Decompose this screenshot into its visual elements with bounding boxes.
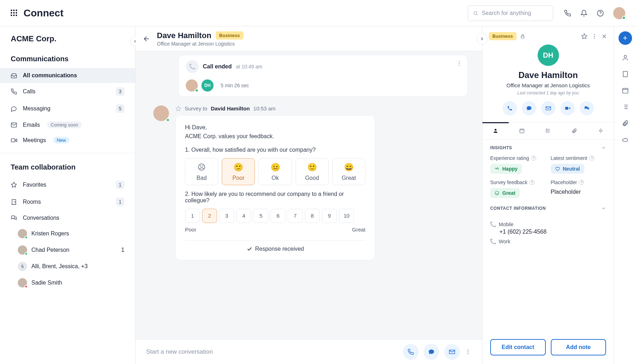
face-icon: 😄 bbox=[344, 163, 354, 172]
dh-initials: DH bbox=[204, 83, 210, 88]
question-2: 2. How likely are you to recommend our c… bbox=[185, 191, 365, 204]
compose-input[interactable] bbox=[146, 348, 398, 355]
rating-good[interactable]: 🙂Good bbox=[296, 158, 329, 185]
sent-label: Latest sentiment bbox=[551, 155, 588, 161]
nps-5[interactable]: 5 bbox=[253, 209, 268, 223]
rating-poor[interactable]: 🙁Poor bbox=[222, 158, 255, 185]
survey-label: Survey feedback bbox=[490, 180, 527, 185]
face-icon: ☹ bbox=[198, 163, 206, 172]
star-outline-icon[interactable] bbox=[175, 106, 181, 111]
action-chat2-button[interactable] bbox=[580, 101, 594, 115]
help-icon[interactable]: ? bbox=[589, 156, 594, 161]
compose-mail-button[interactable] bbox=[444, 344, 460, 360]
calendar-icon[interactable] bbox=[622, 87, 629, 94]
chevron-down-icon[interactable] bbox=[601, 206, 606, 211]
nav-all-communications[interactable]: All communications bbox=[0, 68, 135, 83]
nav-meetings[interactable]: Meetings New bbox=[0, 132, 135, 148]
conversation-item[interactable]: Kristen Rogers bbox=[0, 225, 135, 242]
svg-point-0 bbox=[474, 11, 477, 14]
nav-rooms[interactable]: Rooms 1 bbox=[0, 193, 135, 210]
rating-bad[interactable]: ☹Bad bbox=[185, 158, 218, 185]
org-name: ACME Corp. bbox=[0, 34, 135, 50]
svg-point-28 bbox=[494, 129, 496, 131]
chevron-down-icon[interactable] bbox=[601, 145, 606, 150]
ph-label: Placeholder bbox=[551, 180, 577, 185]
nav-messaging[interactable]: Messaging 5 bbox=[0, 100, 135, 117]
svg-point-16 bbox=[468, 349, 468, 350]
tab-calendar[interactable] bbox=[509, 122, 535, 139]
nps-7[interactable]: 7 bbox=[288, 209, 303, 223]
nps-9[interactable]: 9 bbox=[322, 209, 337, 223]
cloud-icon[interactable] bbox=[622, 136, 629, 143]
lock-icon[interactable] bbox=[520, 34, 525, 39]
rating-ok[interactable]: 😐Ok bbox=[258, 158, 292, 185]
nav-favorites[interactable]: Favorites 1 bbox=[0, 176, 135, 193]
nps-3[interactable]: 3 bbox=[219, 209, 234, 223]
conversation-item[interactable]: Chad Peterson1 bbox=[0, 242, 135, 258]
nav-emails[interactable]: Emails Coming soon bbox=[0, 117, 135, 132]
rating-great[interactable]: 😄Great bbox=[332, 158, 365, 185]
star-icon bbox=[11, 182, 18, 188]
compose-call-button[interactable] bbox=[403, 344, 419, 360]
nav-label: All communications bbox=[23, 72, 77, 79]
nav-calls[interactable]: Calls 3 bbox=[0, 83, 135, 100]
star-outline-icon[interactable] bbox=[581, 33, 588, 40]
ph-value: Placeholder bbox=[551, 189, 606, 195]
tab-insights[interactable] bbox=[588, 122, 614, 139]
call-duration: 5 min 26 sec bbox=[221, 83, 249, 88]
nps-1[interactable]: 1 bbox=[185, 209, 200, 223]
badge-count: 1 bbox=[116, 181, 124, 189]
nps-4[interactable]: 4 bbox=[236, 209, 251, 223]
tasks-icon[interactable] bbox=[622, 103, 629, 110]
search-icon bbox=[473, 10, 478, 16]
action-call-button[interactable] bbox=[503, 101, 517, 115]
door-icon bbox=[11, 199, 18, 205]
help-icon[interactable]: ? bbox=[531, 156, 536, 161]
add-note-button[interactable]: Add note bbox=[551, 339, 606, 355]
action-video-button[interactable] bbox=[560, 101, 575, 115]
edit-contact-button[interactable]: Edit contact bbox=[490, 339, 546, 355]
apps-grid-icon[interactable] bbox=[11, 10, 18, 17]
phone-icon[interactable] bbox=[564, 10, 571, 17]
compose-more-icon[interactable] bbox=[465, 349, 471, 355]
svg-rect-5 bbox=[11, 139, 15, 142]
help-icon[interactable]: ? bbox=[579, 180, 584, 185]
user-avatar[interactable] bbox=[613, 7, 625, 19]
help-icon[interactable] bbox=[597, 10, 604, 17]
back-arrow-icon[interactable] bbox=[143, 35, 150, 43]
nps-6[interactable]: 6 bbox=[271, 209, 286, 223]
svg-point-36 bbox=[600, 130, 601, 131]
more-vertical-icon[interactable] bbox=[591, 33, 597, 40]
nps-2[interactable]: 2 bbox=[202, 209, 217, 223]
add-button[interactable]: + bbox=[619, 31, 632, 45]
attachment-icon[interactable] bbox=[622, 120, 629, 127]
nps-8[interactable]: 8 bbox=[305, 209, 320, 223]
conversation-item[interactable]: Sadie Smith bbox=[0, 275, 135, 291]
tab-tasks[interactable] bbox=[535, 122, 561, 139]
search-input[interactable] bbox=[482, 10, 548, 16]
bell-icon[interactable] bbox=[580, 10, 588, 17]
more-vertical-icon[interactable] bbox=[456, 60, 462, 67]
tab-attachments[interactable] bbox=[561, 122, 588, 139]
chevron-right-icon bbox=[479, 36, 484, 41]
insights-header: INSIGHTS bbox=[490, 145, 512, 150]
nps-10[interactable]: 10 bbox=[339, 209, 354, 223]
chat-icon bbox=[11, 105, 18, 112]
action-chat-button[interactable] bbox=[522, 101, 536, 115]
action-mail-button[interactable] bbox=[541, 101, 555, 115]
building-icon[interactable] bbox=[622, 71, 629, 78]
user-icon[interactable] bbox=[622, 54, 629, 61]
details-tag: Business bbox=[489, 32, 517, 40]
forward-button[interactable] bbox=[476, 33, 488, 45]
greeting-2: ACME Corp. values your feedback. bbox=[185, 132, 365, 141]
tab-profile[interactable] bbox=[482, 122, 509, 139]
conversation-item[interactable]: 5Alli, Brent, Jessica, +3 bbox=[0, 258, 135, 275]
close-icon[interactable] bbox=[601, 33, 607, 40]
svg-point-41 bbox=[495, 191, 499, 195]
rating-label: Bad bbox=[196, 175, 206, 181]
help-icon[interactable]: ? bbox=[529, 180, 534, 185]
nav-conversations[interactable]: Conversations bbox=[0, 210, 135, 225]
details-panel: Business DH Dave Hamilton Office Manager… bbox=[482, 26, 614, 364]
search-box[interactable] bbox=[468, 5, 553, 21]
compose-chat-button[interactable] bbox=[424, 344, 439, 360]
